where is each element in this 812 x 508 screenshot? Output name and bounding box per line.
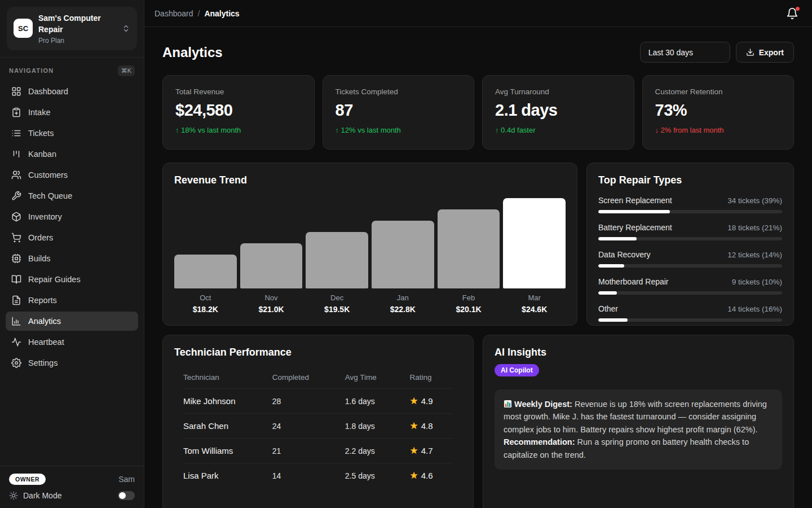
topbar: Dashboard / Analytics bbox=[144, 0, 812, 27]
column-header: Avg Time bbox=[345, 373, 410, 382]
sidebar-item-analytics[interactable]: Analytics bbox=[6, 312, 138, 331]
kanban-icon bbox=[11, 149, 21, 159]
workspace-name: Sam's Computer Repair bbox=[38, 12, 116, 36]
table-row: Tom Williams212.2 days★4.7 bbox=[183, 438, 453, 463]
stat-delta: ↓ 2% from last month bbox=[655, 126, 782, 134]
repair-type-progress-track bbox=[598, 264, 782, 268]
bar-value-label: $18.2K bbox=[174, 305, 237, 314]
sidebar-item-label: Builds bbox=[28, 254, 51, 263]
breadcrumb-dashboard[interactable]: Dashboard bbox=[155, 9, 193, 18]
breadcrumb: Dashboard / Analytics bbox=[155, 9, 240, 18]
technician-name: Sarah Chen bbox=[183, 421, 272, 431]
digest-bold-text: Weekly Digest: bbox=[514, 400, 572, 409]
revenue-bar bbox=[306, 232, 368, 288]
repair-type-meta: 12 tickets (14%) bbox=[727, 251, 782, 259]
revenue-bar-column: Jan$22.8K bbox=[372, 221, 434, 314]
sidebar-item-orders[interactable]: Orders bbox=[6, 228, 138, 247]
sun-icon bbox=[9, 491, 18, 500]
ai-insights-title: AI Insights bbox=[495, 347, 782, 358]
workspace-switcher[interactable]: SC Sam's Computer Repair Pro Plan bbox=[7, 7, 137, 50]
sidebar-item-label: Reports bbox=[28, 296, 57, 305]
repair-types-list: Screen Replacement34 tickets (39%)Batter… bbox=[598, 196, 782, 322]
star-icon: ★ bbox=[410, 446, 418, 456]
repair-type-item: Battery Replacement18 tickets (21%) bbox=[598, 223, 782, 240]
sidebar-item-reports[interactable]: Reports bbox=[6, 291, 138, 310]
rating-value: 4.6 bbox=[421, 471, 433, 480]
download-icon bbox=[746, 48, 754, 56]
repair-type-item: Motherboard Repair9 tickets (10%) bbox=[598, 277, 782, 295]
sidebar-item-label: Repair Guides bbox=[28, 275, 81, 284]
revenue-bar-column: Feb$20.1K bbox=[438, 209, 500, 314]
stat-card-customer-retention: Customer Retention 73% ↓ 2% from last mo… bbox=[642, 75, 795, 150]
shopping-cart-icon bbox=[11, 233, 21, 243]
date-range-select[interactable]: Last 30 days bbox=[640, 42, 730, 63]
sidebar-item-kanban[interactable]: Kanban bbox=[6, 144, 138, 164]
sidebar-item-label: Heartbeat bbox=[28, 338, 64, 347]
sidebar-item-label: Inventory bbox=[28, 212, 62, 221]
stat-label: Avg Turnaround bbox=[495, 87, 621, 96]
revenue-bar bbox=[503, 198, 566, 288]
export-button[interactable]: Export bbox=[736, 42, 794, 63]
technician-performance-card: Technician Performance Technician Comple… bbox=[162, 335, 474, 508]
bar-month-label: Jan bbox=[372, 294, 434, 302]
bar-month-label: Oct bbox=[174, 294, 237, 302]
bar-month-label: Mar bbox=[503, 294, 566, 302]
bar-value-label: $20.1K bbox=[438, 305, 500, 314]
technician-table: Technician Completed Avg Time Rating Mik… bbox=[174, 367, 462, 488]
rating-value: 4.8 bbox=[421, 421, 433, 431]
digest-bold-text: Recommendation: bbox=[504, 437, 575, 446]
revenue-trend-card: Revenue Trend Oct$18.2KNov$21.0KDec$19.5… bbox=[162, 163, 577, 326]
revenue-bar-column: Mar$24.6K bbox=[503, 198, 566, 314]
ai-copilot-badge: AI Copilot bbox=[495, 364, 539, 376]
sidebar-item-customers[interactable]: Customers bbox=[6, 165, 138, 185]
nav-section-label: NAVIGATION bbox=[9, 67, 54, 74]
sidebar-item-settings[interactable]: Settings bbox=[6, 353, 138, 373]
completed-cell: 28 bbox=[272, 397, 345, 406]
sidebar-item-inventory[interactable]: Inventory bbox=[6, 207, 138, 226]
sidebar-item-builds[interactable]: Builds bbox=[6, 249, 138, 268]
avg-time-cell: 2.5 days bbox=[345, 471, 410, 480]
stat-delta: ↑ 18% vs last month bbox=[175, 126, 302, 134]
sidebar-item-dashboard[interactable]: Dashboard bbox=[6, 82, 138, 101]
repair-type-name: Battery Replacement bbox=[598, 223, 672, 232]
stat-label: Tickets Completed bbox=[336, 87, 462, 96]
layout-grid-icon bbox=[11, 86, 21, 97]
sidebar-item-heartbeat[interactable]: Heartbeat bbox=[6, 332, 138, 352]
stat-card-total-revenue: Total Revenue $24,580 ↑ 18% vs last mont… bbox=[162, 75, 315, 150]
stat-delta: ↑ 12% vs last month bbox=[336, 126, 462, 134]
breadcrumb-current: Analytics bbox=[204, 9, 239, 18]
export-label: Export bbox=[759, 48, 784, 57]
stat-card-avg-turnaround: Avg Turnaround 2.1 days ↑ 0.4d faster bbox=[482, 75, 634, 150]
technician-rows: Mike Johnson281.6 days★4.9Sarah Chen241.… bbox=[183, 388, 453, 488]
sidebar-item-tickets[interactable]: Tickets bbox=[6, 124, 138, 143]
top-repair-types-card: Top Repair Types Screen Replacement34 ti… bbox=[586, 163, 794, 326]
book-open-icon bbox=[11, 274, 21, 284]
gear-icon bbox=[11, 358, 21, 368]
revenue-bar bbox=[240, 243, 303, 288]
technician-name: Mike Johnson bbox=[183, 396, 272, 406]
table-row: Sarah Chen241.8 days★4.8 bbox=[183, 413, 453, 438]
owner-badge: OWNER bbox=[9, 474, 46, 485]
repair-type-progress-fill bbox=[598, 318, 628, 322]
command-k-shortcut: ⌘K bbox=[118, 65, 135, 76]
nav-header: NAVIGATION ⌘K bbox=[0, 58, 144, 81]
bar-chart-emoji-icon bbox=[504, 400, 512, 408]
footer-username: Sam bbox=[118, 475, 135, 484]
dark-mode-toggle[interactable] bbox=[118, 491, 135, 500]
package-icon bbox=[11, 212, 21, 222]
stat-label: Customer Retention bbox=[655, 87, 782, 96]
rating-cell: ★4.7 bbox=[410, 446, 453, 456]
sidebar-item-label: Tech Queue bbox=[28, 191, 72, 200]
completed-cell: 14 bbox=[272, 471, 345, 480]
users-icon bbox=[11, 170, 21, 180]
sidebar-item-repair-guides[interactable]: Repair Guides bbox=[6, 270, 138, 289]
sidebar-item-tech-queue[interactable]: Tech Queue bbox=[6, 186, 138, 205]
notifications-button[interactable] bbox=[786, 7, 798, 20]
sidebar-item-intake[interactable]: Intake bbox=[6, 103, 138, 122]
rating-value: 4.9 bbox=[421, 396, 433, 406]
sidebar-item-label: Customers bbox=[28, 170, 68, 179]
sidebar-item-label: Intake bbox=[28, 108, 51, 117]
revenue-bar-column: Nov$21.0K bbox=[240, 243, 303, 314]
repair-type-progress-track bbox=[598, 291, 782, 295]
technician-name: Tom Williams bbox=[183, 446, 272, 456]
